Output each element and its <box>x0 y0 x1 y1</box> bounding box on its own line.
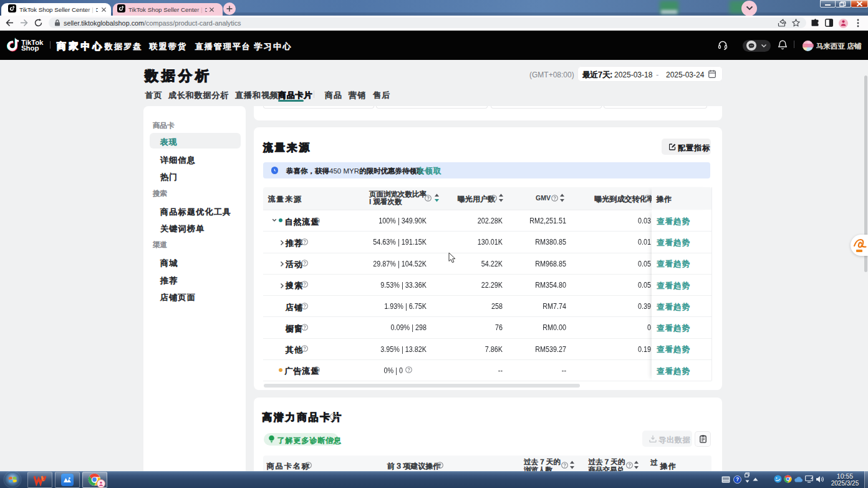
svg-text:?: ? <box>736 476 739 482</box>
